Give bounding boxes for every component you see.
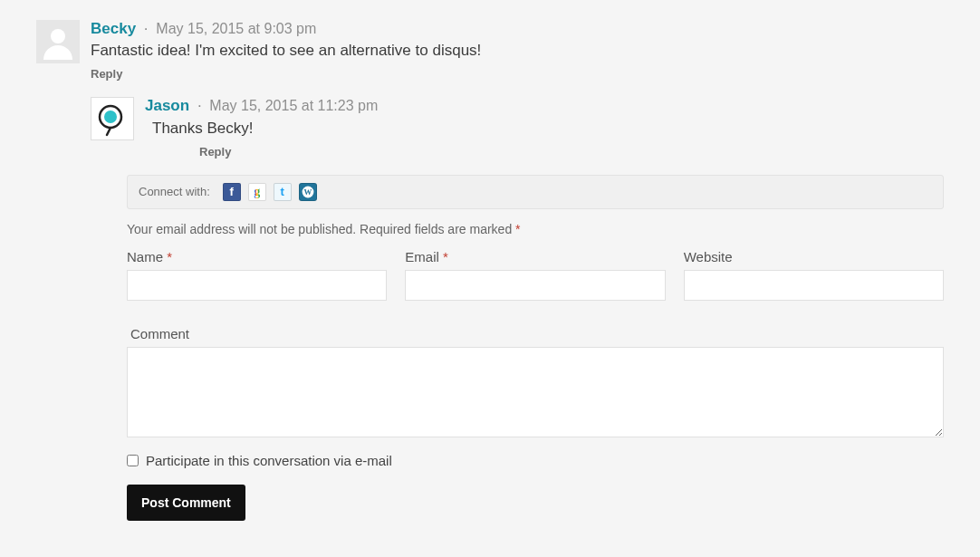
website-label: Website xyxy=(684,249,944,264)
comment-item: Becky · May 15, 2015 at 9:03 pm Fantasti… xyxy=(36,20,944,81)
email-label: Email * xyxy=(405,249,665,264)
comment-body: Fantastic idea! I'm excited to see an al… xyxy=(91,42,944,60)
comment-date[interactable]: May 15, 2015 at 11:23 pm xyxy=(209,98,378,113)
participate-checkbox[interactable] xyxy=(127,455,139,466)
facebook-icon[interactable]: f xyxy=(223,183,241,201)
meta-separator: · xyxy=(140,20,152,37)
reply-link[interactable]: Reply xyxy=(145,145,231,158)
comment-item: Jason · May 15, 2015 at 11:23 pm Thanks … xyxy=(91,97,944,158)
brand-logo-icon xyxy=(94,101,130,137)
connect-bar: Connect with: f g t W xyxy=(127,175,944,209)
meta-separator: · xyxy=(194,97,206,114)
name-label: Name * xyxy=(127,249,387,264)
svg-point-2 xyxy=(104,110,117,123)
reply-link[interactable]: Reply xyxy=(91,67,122,81)
avatar xyxy=(36,20,80,63)
email-input[interactable] xyxy=(405,270,665,301)
comment-label: Comment xyxy=(127,321,193,347)
post-comment-button[interactable]: Post Comment xyxy=(127,485,245,521)
participate-row[interactable]: Participate in this conversation via e-m… xyxy=(127,453,944,468)
form-note: Your email address will not be published… xyxy=(127,222,944,236)
avatar xyxy=(91,97,134,140)
comment-body: Thanks Becky! xyxy=(145,120,944,138)
comment-date[interactable]: May 15, 2015 at 9:03 pm xyxy=(156,21,316,36)
twitter-icon[interactable]: t xyxy=(274,183,292,201)
comment-textarea[interactable] xyxy=(127,347,944,437)
name-input[interactable] xyxy=(127,270,387,301)
connect-label: Connect with: xyxy=(139,185,210,198)
person-icon xyxy=(40,24,76,60)
comment-author-link[interactable]: Becky xyxy=(91,20,136,37)
google-icon[interactable]: g xyxy=(248,183,266,201)
comment-author-link[interactable]: Jason xyxy=(145,97,189,114)
participate-label: Participate in this conversation via e-m… xyxy=(146,453,392,468)
svg-point-0 xyxy=(51,29,65,43)
website-input[interactable] xyxy=(684,270,944,301)
wordpress-icon[interactable]: W xyxy=(299,183,317,201)
svg-text:W: W xyxy=(303,187,312,197)
